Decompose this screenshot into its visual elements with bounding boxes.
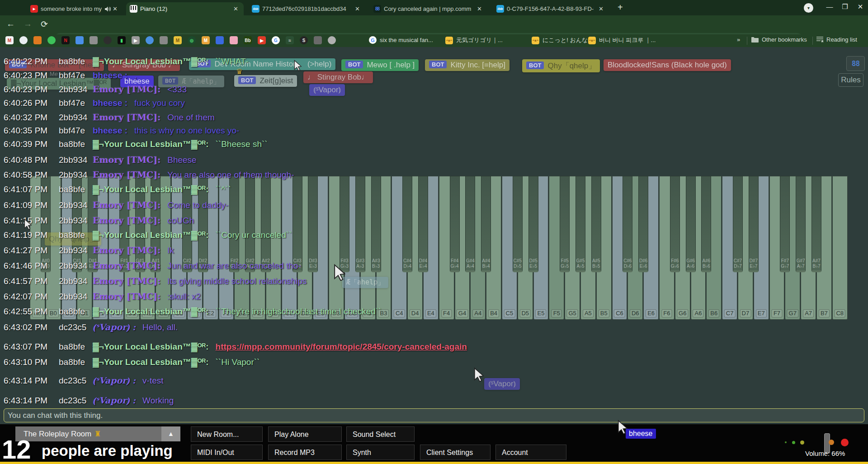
black-key-D#4[interactable]: D#4E♭4 (418, 176, 428, 272)
black-key-A#5[interactable]: A#5B♭5 (591, 176, 601, 272)
black-key-G#5[interactable]: G#5A♭5 (576, 176, 585, 272)
player-name-tag[interactable]: BOTKitty Inc. [=help] (425, 59, 509, 71)
bookmark-favicon[interactable]: ≈ (286, 36, 294, 44)
black-key-A#3[interactable]: A#3B♭3 (371, 176, 381, 272)
bookmark-item[interactable]: Gsix the musical fan... (369, 36, 433, 44)
black-key-G#3[interactable]: G#3A♭3 (355, 176, 365, 272)
player-name-tag[interactable]: ⦅ˢVapor⦆ (484, 378, 520, 390)
forward-button[interactable]: → (24, 19, 32, 29)
black-key-C#7[interactable]: C#7D♭7 (733, 176, 743, 272)
browser-tab[interactable]: ▶someone broke into my attic✕ (27, 2, 123, 15)
black-key-A#4[interactable]: A#4B♭4 (481, 176, 491, 272)
play-alone-button[interactable]: Play Alone (268, 426, 342, 442)
bookmark-favicon[interactable] (47, 36, 56, 44)
bookmarks-overflow-chevron[interactable]: » (737, 36, 740, 43)
chat-link[interactable]: https://mpp.community/forum/topic/2845/c… (216, 342, 467, 351)
bookmark-favicon[interactable]: ◍ (188, 36, 196, 44)
bookmark-favicon[interactable]: M (202, 36, 210, 44)
black-key-G#4[interactable]: G#4A♭4 (465, 176, 475, 272)
black-key-F#7[interactable]: F#7G♭7 (780, 176, 790, 272)
bookmark-item[interactable]: ᴖᴥᴖ버니 버니 피크루 ｜... (588, 36, 656, 44)
black-key-D#7[interactable]: D#7E♭7 (749, 176, 759, 272)
bookmark-favicon[interactable] (328, 36, 336, 44)
bookmark-favicon[interactable] (19, 36, 28, 44)
player-name-tag[interactable]: BOTMewo [ .help ] (341, 59, 419, 71)
browser-tab[interactable]: ibb7712ded76c029181b1daccbd34✕ (248, 2, 365, 15)
account-button[interactable]: Account (495, 445, 566, 460)
bookmark-favicon[interactable]: G (272, 36, 280, 44)
black-key-G#2[interactable]: G#2A♭2 (245, 176, 255, 272)
minimize-button[interactable]: — (824, 3, 835, 10)
player-name-tag[interactable]: Bloodlocked!Sans (Black hole god) (604, 59, 731, 71)
black-key-A#6[interactable]: A#6B♭6 (701, 176, 711, 272)
bookmark-favicon[interactable] (104, 36, 112, 44)
player-name-tag[interactable]: ⦅ˢVapor⦆ (309, 84, 345, 96)
black-key-C#4[interactable]: C#4D♭4 (402, 176, 412, 272)
black-key-C#5[interactable]: C#5D♭5 (513, 176, 523, 272)
black-key-A#2[interactable]: A#2B♭2 (261, 176, 271, 272)
bookmark-favicon[interactable] (230, 36, 238, 44)
bookmark-favicon[interactable] (75, 36, 84, 44)
room-select[interactable]: The Roleplay Room♜ ▲ (15, 426, 180, 441)
bookmark-favicon[interactable]: Bb (244, 36, 252, 44)
black-key-D#3[interactable]: D#3E♭3 (308, 176, 318, 272)
black-key-F#3[interactable]: F#3G♭3 (340, 176, 349, 272)
other-bookmarks-folder[interactable]: Other bookmarks (751, 36, 807, 43)
bookmark-favicon[interactable] (90, 36, 98, 44)
bookmark-favicon[interactable]: M (174, 36, 182, 44)
black-key-A#7[interactable]: A#7B♭7 (811, 176, 821, 272)
tab-close-icon[interactable]: ✕ (353, 5, 362, 12)
player-name-tag[interactable]: Æ「ahelp」 (342, 277, 388, 288)
close-window-button[interactable]: ✕ (854, 3, 866, 11)
rules-button[interactable]: Rules (838, 73, 863, 87)
chat-input[interactable] (4, 408, 864, 422)
browser-tab[interactable]: Piano (12)✕ (126, 2, 244, 15)
tab-audio-icon[interactable] (105, 6, 111, 12)
synth-button[interactable]: Synth (346, 445, 415, 460)
reload-button[interactable]: ⟳ (41, 19, 48, 29)
bookmark-favicon[interactable]: ▮ (118, 36, 126, 44)
black-key-F#5[interactable]: F#5G♭5 (560, 176, 570, 272)
tab-close-icon[interactable]: ✕ (231, 5, 240, 12)
restore-button[interactable]: ❐ (839, 3, 851, 11)
client-settings-button[interactable]: Client Settings (420, 445, 491, 460)
bookmark-item[interactable]: ᴖᴥᴖ元気ゴリゴリ｜... (445, 36, 503, 44)
bookmark-favicon[interactable]: ▶ (258, 36, 266, 44)
black-key-G#7[interactable]: G#7A♭7 (796, 176, 806, 272)
bookmark-favicon[interactable] (146, 36, 154, 44)
bookmark-favicon[interactable] (314, 36, 322, 44)
black-key-D#5[interactable]: D#5E♭5 (528, 176, 538, 272)
white-key-C8[interactable]: C8 (832, 176, 848, 320)
black-key-F#4[interactable]: F#4G♭4 (450, 176, 460, 272)
reading-list-button[interactable]: Reading list (816, 36, 857, 43)
bookmark-favicon[interactable]: S (300, 36, 308, 44)
black-key-G#6[interactable]: G#6A♭6 (686, 176, 696, 272)
browser-tab[interactable]: 88Cory canceled again | mpp.comm✕ (370, 2, 487, 15)
player-name-tag[interactable]: BOTZeit[g]eist♛ (234, 75, 297, 87)
sound-select-button[interactable]: Sound Select (346, 426, 415, 442)
bookmark-favicon[interactable]: M (5, 36, 14, 44)
bookmark-item[interactable]: ᴖᴥᴖにこっと! おんな... (532, 36, 593, 44)
global-media-controls-button[interactable]: ▾ (804, 3, 813, 13)
black-key-C#3[interactable]: C#3D♭3 (292, 176, 302, 272)
tab-close-icon[interactable]: ✕ (111, 5, 119, 12)
back-button[interactable]: ← (6, 19, 15, 29)
player-name-tag[interactable]: BOTQhy「qhelp」 (522, 59, 600, 72)
mpp-logo-button[interactable]: 88 (846, 56, 865, 71)
black-key-F#6[interactable]: F#6G♭6 (670, 176, 680, 272)
player-name-tag[interactable]: ♩ Stingray Bob♩ (303, 71, 373, 83)
black-key-C#6[interactable]: C#6D♭6 (623, 176, 632, 272)
bookmark-favicon[interactable] (160, 36, 168, 44)
bookmark-favicon[interactable] (216, 36, 224, 44)
bookmark-favicon[interactable]: N (61, 36, 70, 44)
tab-close-icon[interactable]: ✕ (597, 5, 605, 12)
black-key-D#6[interactable]: D#6E♭6 (638, 176, 648, 272)
new-tab-button[interactable]: + (618, 2, 623, 13)
midi-in-out-button[interactable]: MIDI In/Out (191, 445, 263, 460)
browser-tab[interactable]: ibb0-C79-F156-647-A-42-B8-93-FD-F✕ (493, 2, 609, 15)
record-mp3-button[interactable]: Record MP3 (268, 445, 342, 460)
bookmark-favicon[interactable]: ▶ (132, 36, 140, 44)
tab-close-icon[interactable]: ✕ (475, 5, 484, 12)
new-room-button[interactable]: New Room... (191, 426, 263, 442)
room-list-arrow-button[interactable]: ▲ (161, 426, 180, 441)
